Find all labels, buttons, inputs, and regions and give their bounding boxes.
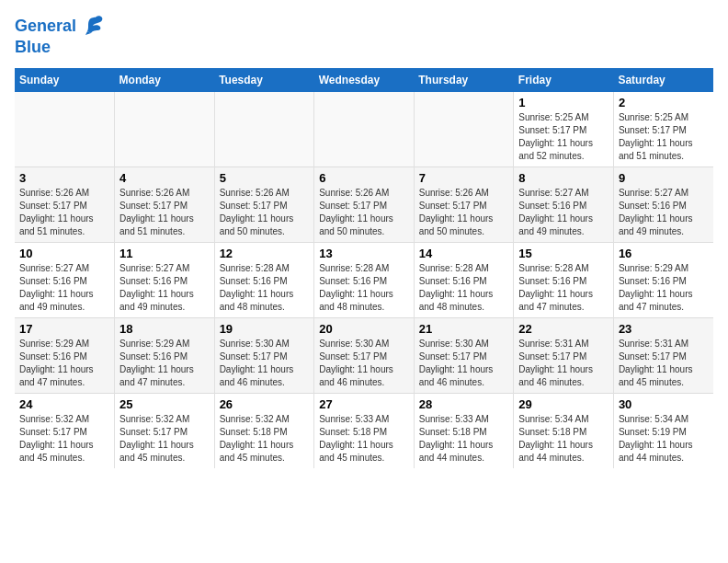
day-number: 20 [319, 322, 409, 336]
day-cell: 5Sunrise: 5:26 AMSunset: 5:17 PMDaylight… [214, 167, 314, 242]
day-number: 13 [319, 247, 409, 260]
day-info: Sunrise: 5:27 AMSunset: 5:16 PMDaylight:… [518, 187, 609, 238]
logo: General Blue [15, 15, 106, 57]
day-cell [15, 92, 115, 167]
day-number: 15 [518, 247, 609, 260]
day-cell: 15Sunrise: 5:28 AMSunset: 5:16 PMDayligh… [514, 242, 614, 317]
day-number: 6 [319, 171, 409, 185]
day-cell: 4Sunrise: 5:26 AMSunset: 5:17 PMDaylight… [115, 167, 215, 242]
day-cell: 22Sunrise: 5:31 AMSunset: 5:17 PMDayligh… [514, 317, 614, 393]
week-row-5: 24Sunrise: 5:32 AMSunset: 5:17 PMDayligh… [15, 393, 713, 468]
logo-text: General [15, 17, 76, 36]
day-info: Sunrise: 5:26 AMSunset: 5:17 PMDaylight:… [19, 187, 109, 238]
day-cell: 17Sunrise: 5:29 AMSunset: 5:16 PMDayligh… [15, 317, 115, 393]
day-number: 22 [518, 322, 609, 336]
day-number: 18 [119, 322, 210, 336]
day-cell: 3Sunrise: 5:26 AMSunset: 5:17 PMDaylight… [15, 167, 115, 242]
day-cell: 25Sunrise: 5:32 AMSunset: 5:17 PMDayligh… [115, 393, 215, 468]
day-info: Sunrise: 5:30 AMSunset: 5:17 PMDaylight:… [419, 338, 509, 389]
day-number: 10 [19, 247, 109, 260]
day-number: 30 [619, 397, 709, 411]
header-thursday: Thursday [414, 68, 514, 92]
day-cell: 10Sunrise: 5:27 AMSunset: 5:16 PMDayligh… [15, 242, 115, 317]
day-number: 27 [319, 397, 409, 411]
day-number: 25 [119, 397, 210, 411]
day-number: 23 [619, 322, 709, 336]
day-info: Sunrise: 5:28 AMSunset: 5:16 PMDaylight:… [419, 262, 509, 314]
day-info: Sunrise: 5:28 AMSunset: 5:16 PMDaylight:… [220, 262, 310, 314]
day-info: Sunrise: 5:34 AMSunset: 5:18 PMDaylight:… [518, 413, 609, 465]
day-info: Sunrise: 5:27 AMSunset: 5:16 PMDaylight:… [619, 187, 709, 238]
day-number: 3 [19, 171, 109, 185]
day-number: 4 [119, 171, 210, 185]
day-info: Sunrise: 5:31 AMSunset: 5:17 PMDaylight:… [518, 338, 609, 389]
day-info: Sunrise: 5:25 AMSunset: 5:17 PMDaylight:… [518, 111, 609, 163]
page-header: General Blue [15, 15, 713, 57]
day-number: 24 [19, 397, 109, 411]
day-cell: 6Sunrise: 5:26 AMSunset: 5:17 PMDaylight… [314, 167, 415, 242]
week-row-2: 3Sunrise: 5:26 AMSunset: 5:17 PMDaylight… [15, 167, 713, 242]
header-wednesday: Wednesday [314, 68, 415, 92]
logo-bird-icon [78, 15, 106, 39]
day-info: Sunrise: 5:34 AMSunset: 5:19 PMDaylight:… [619, 413, 709, 465]
day-info: Sunrise: 5:30 AMSunset: 5:17 PMDaylight:… [319, 338, 409, 389]
day-info: Sunrise: 5:26 AMSunset: 5:17 PMDaylight:… [119, 187, 210, 238]
day-cell: 11Sunrise: 5:27 AMSunset: 5:16 PMDayligh… [115, 242, 215, 317]
day-info: Sunrise: 5:33 AMSunset: 5:18 PMDaylight:… [419, 413, 509, 465]
day-info: Sunrise: 5:25 AMSunset: 5:17 PMDaylight:… [619, 111, 709, 163]
header-tuesday: Tuesday [214, 68, 314, 92]
day-number: 7 [419, 171, 509, 185]
day-number: 19 [220, 322, 310, 336]
day-cell: 16Sunrise: 5:29 AMSunset: 5:16 PMDayligh… [613, 242, 713, 317]
week-row-4: 17Sunrise: 5:29 AMSunset: 5:16 PMDayligh… [15, 317, 713, 393]
day-cell: 7Sunrise: 5:26 AMSunset: 5:17 PMDaylight… [414, 167, 514, 242]
day-info: Sunrise: 5:29 AMSunset: 5:16 PMDaylight:… [19, 338, 109, 389]
week-row-3: 10Sunrise: 5:27 AMSunset: 5:16 PMDayligh… [15, 242, 713, 317]
day-info: Sunrise: 5:28 AMSunset: 5:16 PMDaylight:… [518, 262, 609, 314]
day-info: Sunrise: 5:30 AMSunset: 5:17 PMDaylight:… [220, 338, 310, 389]
day-number: 11 [119, 247, 210, 260]
day-cell: 13Sunrise: 5:28 AMSunset: 5:16 PMDayligh… [314, 242, 415, 317]
day-info: Sunrise: 5:27 AMSunset: 5:16 PMDaylight:… [119, 262, 210, 314]
day-number: 26 [220, 397, 310, 411]
day-info: Sunrise: 5:29 AMSunset: 5:16 PMDaylight:… [119, 338, 210, 389]
day-cell: 23Sunrise: 5:31 AMSunset: 5:17 PMDayligh… [613, 317, 713, 393]
day-number: 1 [518, 96, 609, 109]
day-info: Sunrise: 5:26 AMSunset: 5:17 PMDaylight:… [419, 187, 509, 238]
week-row-1: 1Sunrise: 5:25 AMSunset: 5:17 PMDaylight… [15, 92, 713, 167]
day-number: 21 [419, 322, 509, 336]
header-friday: Friday [514, 68, 614, 92]
day-number: 5 [220, 171, 310, 185]
day-number: 17 [19, 322, 109, 336]
day-number: 2 [619, 96, 709, 109]
day-cell: 27Sunrise: 5:33 AMSunset: 5:18 PMDayligh… [314, 393, 415, 468]
day-cell: 21Sunrise: 5:30 AMSunset: 5:17 PMDayligh… [414, 317, 514, 393]
day-cell: 30Sunrise: 5:34 AMSunset: 5:19 PMDayligh… [613, 393, 713, 468]
day-cell: 14Sunrise: 5:28 AMSunset: 5:16 PMDayligh… [414, 242, 514, 317]
day-info: Sunrise: 5:32 AMSunset: 5:18 PMDaylight:… [220, 413, 310, 465]
calendar-table: SundayMondayTuesdayWednesdayThursdayFrid… [15, 68, 713, 468]
day-cell [214, 92, 314, 167]
day-cell: 2Sunrise: 5:25 AMSunset: 5:17 PMDaylight… [613, 92, 713, 167]
day-cell [414, 92, 514, 167]
day-cell: 19Sunrise: 5:30 AMSunset: 5:17 PMDayligh… [214, 317, 314, 393]
day-number: 14 [419, 247, 509, 260]
day-cell [314, 92, 415, 167]
header-sunday: Sunday [15, 68, 115, 92]
day-number: 9 [619, 171, 709, 185]
day-cell: 12Sunrise: 5:28 AMSunset: 5:16 PMDayligh… [214, 242, 314, 317]
day-number: 12 [220, 247, 310, 260]
day-info: Sunrise: 5:26 AMSunset: 5:17 PMDaylight:… [220, 187, 310, 238]
day-cell: 8Sunrise: 5:27 AMSunset: 5:16 PMDaylight… [514, 167, 614, 242]
day-info: Sunrise: 5:27 AMSunset: 5:16 PMDaylight:… [19, 262, 109, 314]
day-number: 28 [419, 397, 509, 411]
day-cell: 29Sunrise: 5:34 AMSunset: 5:18 PMDayligh… [514, 393, 614, 468]
day-cell: 28Sunrise: 5:33 AMSunset: 5:18 PMDayligh… [414, 393, 514, 468]
header-saturday: Saturday [613, 68, 713, 92]
day-number: 16 [619, 247, 709, 260]
day-cell: 18Sunrise: 5:29 AMSunset: 5:16 PMDayligh… [115, 317, 215, 393]
day-info: Sunrise: 5:26 AMSunset: 5:17 PMDaylight:… [319, 187, 409, 238]
day-cell [115, 92, 215, 167]
day-info: Sunrise: 5:32 AMSunset: 5:17 PMDaylight:… [119, 413, 210, 465]
day-info: Sunrise: 5:31 AMSunset: 5:17 PMDaylight:… [619, 338, 709, 389]
